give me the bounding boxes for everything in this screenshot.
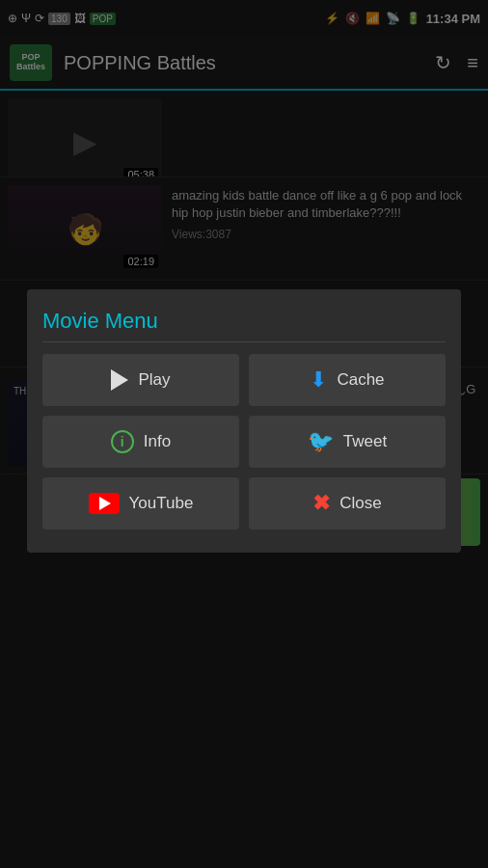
info-icon: i [111,430,134,453]
cache-icon: ⬇ [310,367,327,393]
info-circle-icon: i [111,430,134,453]
movie-menu-title: Movie Menu [42,309,446,342]
info-label: Info [144,432,171,451]
play-icon [111,369,128,391]
close-x-icon: ✖ [312,491,330,516]
menu-grid: Play ⬇ Cache i Info 🐦 Tweet YouTub [42,354,446,529]
youtube-label: YouTube [129,494,194,513]
tweet-button[interactable]: 🐦 Tweet [249,416,446,468]
twitter-icon: 🐦 [308,429,334,454]
youtube-play-triangle [99,497,111,510]
tweet-label: Tweet [343,432,387,451]
youtube-logo [89,493,120,514]
movie-menu-dialog: Movie Menu Play ⬇ Cache i Info 🐦 Tweet [27,289,461,553]
info-button[interactable]: i Info [42,416,239,468]
play-label: Play [138,370,170,390]
youtube-button[interactable]: YouTube [42,477,239,529]
close-label: Close [339,494,381,513]
play-button[interactable]: Play [42,354,239,406]
youtube-icon [89,493,120,514]
cache-label: Cache [337,370,384,390]
cache-button[interactable]: ⬇ Cache [249,354,446,406]
close-button[interactable]: ✖ Close [249,477,446,529]
play-triangle [111,369,128,391]
